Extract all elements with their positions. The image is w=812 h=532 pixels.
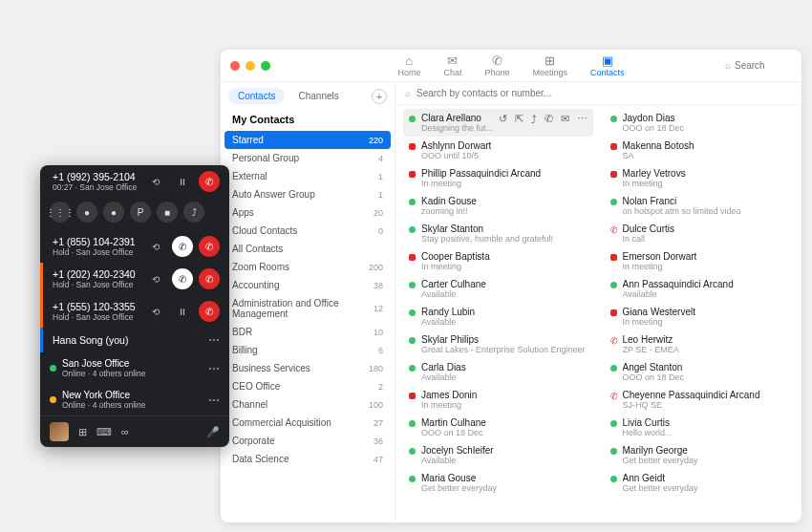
contact-item[interactable]: Leo HerwitzZP SE - EMEA xyxy=(605,330,795,358)
tab-contacts[interactable]: Contacts xyxy=(228,88,285,104)
call-control-button[interactable]: ■ xyxy=(157,202,178,223)
group-row[interactable]: San Jose OfficeOnline · 4 others online⋯ xyxy=(40,352,229,384)
avatar[interactable] xyxy=(50,422,69,441)
mic-icon[interactable]: 🎤 xyxy=(206,426,220,438)
call-row[interactable]: +1 (855) 104-2391Hold · San Jose Office⟲… xyxy=(40,230,229,263)
contact-item[interactable]: Skylar PhilipsGreat Lakes - Enterprise S… xyxy=(403,330,593,358)
contact-item[interactable]: Nolan Francion hotspot atm so limited vi… xyxy=(605,192,795,220)
nav-meetings[interactable]: ⊞Meetings xyxy=(533,54,568,77)
sidebar-item[interactable]: Commercial Acquisition27 xyxy=(221,414,395,432)
nav-phone[interactable]: ✆Phone xyxy=(484,54,509,77)
user-icon[interactable]: ⇱ xyxy=(515,113,524,125)
sidebar-item-count: 47 xyxy=(374,455,383,464)
hold-call-button[interactable]: ⏸ xyxy=(172,301,193,322)
sidebar-item[interactable]: CEO Office2 xyxy=(221,377,395,395)
group-row[interactable]: New York OfficeOnline · 4 others online⋯ xyxy=(40,384,229,415)
swap-call-button[interactable]: ⟲ xyxy=(145,301,166,322)
contact-item[interactable]: Dulce CurtisIn call xyxy=(605,220,795,247)
end-call-button[interactable]: ✆ xyxy=(199,268,220,289)
nav-chat[interactable]: ✉Chat xyxy=(443,54,461,77)
self-row[interactable]: Hana Song (you)⋯ xyxy=(40,328,229,352)
contact-item[interactable]: Marilyn GeorgeGet better everyday xyxy=(605,441,795,469)
sidebar-item[interactable]: Apps20 xyxy=(221,203,395,222)
more-icon[interactable]: ⋯ xyxy=(208,333,220,347)
close-window-button[interactable] xyxy=(230,61,240,71)
contact-item[interactable]: Marley VetrovsIn meeting xyxy=(605,164,795,192)
resume-call-button[interactable]: ✆ xyxy=(172,236,193,257)
contact-item[interactable]: Phillip Passaquindici ArcandIn meeting xyxy=(403,164,593,192)
more-icon[interactable]: ⋯ xyxy=(577,113,588,125)
sidebar-item[interactable]: Data Science47 xyxy=(221,450,395,468)
end-call-button[interactable]: ✆ xyxy=(199,236,220,257)
nav-home[interactable]: ⌂Home xyxy=(397,54,420,77)
contact-item[interactable]: Ashlynn DorwartOOO until 10/5 xyxy=(403,137,593,164)
sidebar-item[interactable]: Corporate36 xyxy=(221,432,395,450)
sidebar-item[interactable]: Zoom Rooms200 xyxy=(221,258,395,276)
contact-item[interactable]: Makenna BotoshSA xyxy=(605,137,795,164)
sidebar-item[interactable]: Channel100 xyxy=(221,395,395,414)
chat-icon[interactable]: ✉ xyxy=(561,113,569,125)
bottom-bar-button[interactable]: ⊞ xyxy=(78,426,87,438)
call-control-button[interactable]: ● xyxy=(103,202,124,223)
hold-call-button[interactable]: ⏸ xyxy=(172,171,193,192)
call-row[interactable]: +1 (992) 395-210400:27 · San Jose Office… xyxy=(40,165,229,198)
sidebar-item[interactable]: Auto Answer Group1 xyxy=(221,185,395,203)
swap-call-button[interactable]: ⟲ xyxy=(145,171,166,192)
more-icon[interactable]: ⋯ xyxy=(208,394,220,407)
end-call-button[interactable]: ✆ xyxy=(199,171,220,192)
contact-search-input[interactable] xyxy=(417,88,792,98)
sidebar-item[interactable]: Billing6 xyxy=(221,341,395,359)
add-button[interactable]: + xyxy=(372,89,387,104)
contact-item[interactable]: Angel StantonOOO on 18 Dec xyxy=(605,358,795,386)
contact-item[interactable]: Skylar StantonStay positive, humble and … xyxy=(403,220,593,247)
call-row[interactable]: +1 (202) 420-2340Hold · San Jose Office⟲… xyxy=(40,263,229,295)
swap-call-button[interactable]: ⟲ xyxy=(145,268,166,289)
sidebar-item[interactable]: External1 xyxy=(221,167,395,185)
share-icon[interactable]: ⤴ xyxy=(531,114,537,125)
minimize-window-button[interactable] xyxy=(246,61,255,71)
contact-item[interactable]: Jocelyn SchleiferAvailable xyxy=(403,441,593,469)
sidebar-item[interactable]: Cloud Contacts0 xyxy=(221,222,395,240)
sidebar-item[interactable]: Administration and Office Management12 xyxy=(221,294,395,323)
sidebar-item[interactable]: BDR10 xyxy=(221,323,395,341)
maximize-window-button[interactable] xyxy=(261,61,270,71)
sidebar-item[interactable]: Starred220 xyxy=(224,131,391,149)
sidebar-item[interactable]: All Contacts xyxy=(221,240,395,258)
sidebar-item[interactable]: Accounting38 xyxy=(221,276,395,294)
resume-call-button[interactable]: ✆ xyxy=(172,268,193,289)
end-call-button[interactable]: ✆ xyxy=(199,301,220,322)
global-search[interactable]: ⌕ xyxy=(725,60,792,71)
sidebar-item[interactable]: Business Services180 xyxy=(221,359,395,377)
call-row[interactable]: +1 (555) 120-3355Hold · San Jose Office⟲… xyxy=(40,295,229,328)
contact-item[interactable]: Ann Passaquindici ArcandAvailable xyxy=(605,275,795,303)
bottom-bar-button[interactable]: ∞ xyxy=(121,426,129,438)
contact-item[interactable]: Emerson DorwartIn meeting xyxy=(605,247,795,275)
call-control-button[interactable]: ⤴ xyxy=(183,202,204,223)
swap-call-button[interactable]: ⟲ xyxy=(145,236,166,257)
call-control-button[interactable]: ⋮⋮⋮ xyxy=(50,202,71,223)
contact-item[interactable]: Carla DiasAvailable xyxy=(403,358,593,386)
global-search-input[interactable] xyxy=(735,60,792,71)
contact-item[interactable]: Martin CulhaneOOO on 18 Dec xyxy=(403,414,593,441)
more-icon[interactable]: ⋯ xyxy=(208,362,220,375)
phone-icon[interactable]: ✆ xyxy=(545,113,553,125)
contact-item[interactable]: Maria GouseGet better everyday xyxy=(403,469,593,497)
call-control-button[interactable]: ● xyxy=(76,202,97,223)
contact-item[interactable]: Randy LubinAvailable xyxy=(403,303,593,330)
contact-item[interactable]: Ann GeidtGet better everyday xyxy=(605,469,795,497)
contact-item[interactable]: James DoninIn meeting xyxy=(403,386,593,414)
contact-item[interactable]: Jaydon DiasOOO on 18 Dec xyxy=(605,109,795,137)
nav-contacts[interactable]: ▣Contacts xyxy=(590,54,625,77)
contact-item[interactable]: Giana WesterveltIn meeting xyxy=(605,303,795,330)
contact-item[interactable]: Livia CurtisHello world... xyxy=(605,414,795,441)
contact-item[interactable]: Kadin Gousezooming in!! xyxy=(403,192,593,220)
call-control-button[interactable]: P xyxy=(130,202,151,223)
contact-item[interactable]: Cooper BaptistaIn meeting xyxy=(403,247,593,275)
bottom-bar-button[interactable]: ⌨ xyxy=(96,426,112,438)
swap-icon[interactable]: ↺ xyxy=(499,113,507,125)
tab-channels[interactable]: Channels xyxy=(288,88,348,104)
contact-item[interactable]: Clara ArellanoDesigning the fut...↺⇱⤴✆✉⋯ xyxy=(403,109,593,137)
contact-item[interactable]: Cheyenne Passaquindici ArcandSJ-HQ SE xyxy=(605,386,795,414)
contact-item[interactable]: Carter CulhaneAvailable xyxy=(403,275,593,303)
sidebar-item[interactable]: Personal Group4 xyxy=(221,149,395,167)
